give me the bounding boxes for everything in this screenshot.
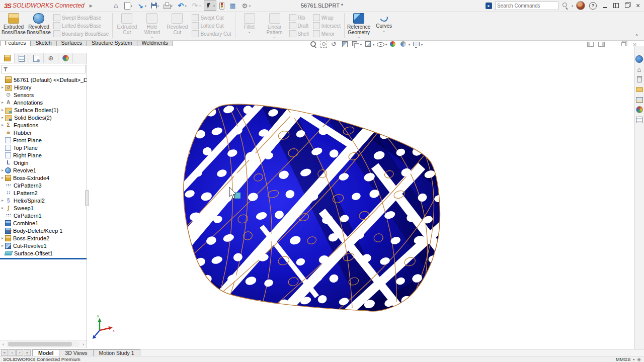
display-style-button[interactable] bbox=[363, 40, 375, 49]
expand-arrow-icon[interactable] bbox=[0, 206, 5, 210]
print-button[interactable] bbox=[162, 1, 174, 11]
dropdown-caret-icon[interactable] bbox=[199, 4, 201, 8]
minimize-button[interactable] bbox=[601, 2, 609, 10]
boundary-cut-button[interactable]: Boundary Cut bbox=[192, 30, 231, 38]
curves-button[interactable]: Curves bbox=[371, 12, 396, 40]
units-caret-icon[interactable] bbox=[633, 357, 634, 361]
tree-item-boss-extrude4[interactable]: Boss-Extrude4 bbox=[0, 174, 87, 182]
grid-panels-button[interactable] bbox=[227, 1, 238, 11]
mirror-button[interactable]: Mirror bbox=[313, 30, 341, 38]
design-library-icon[interactable] bbox=[636, 96, 643, 103]
previous-view-button[interactable] bbox=[329, 40, 340, 49]
dropdown-caret-icon[interactable] bbox=[360, 43, 362, 46]
viewport-3d[interactable]: y x bbox=[0, 0, 644, 362]
document-close-button[interactable] bbox=[631, 41, 638, 47]
revolved-cut-button[interactable]: Revolved Cut bbox=[165, 12, 190, 40]
shell-button[interactable]: Shell bbox=[289, 30, 309, 38]
custom-properties-icon[interactable] bbox=[636, 116, 643, 123]
tree-item-equations[interactable]: Equations bbox=[0, 121, 87, 129]
dropdown-caret-icon[interactable] bbox=[213, 4, 215, 8]
collapse-ribbon-icon[interactable] bbox=[635, 34, 638, 39]
dropdown-caret-icon[interactable] bbox=[131, 4, 132, 8]
lofted-cut-button[interactable]: Lofted Cut bbox=[192, 22, 231, 30]
revolved-boss-base-button[interactable]: Revolved Boss/Base bbox=[26, 12, 51, 40]
hole-wizard-button[interactable]: Hole Wizard bbox=[139, 12, 165, 40]
tags-icon[interactable] bbox=[637, 356, 641, 362]
tree-item-lpattern2[interactable]: LPattern2 bbox=[0, 189, 87, 197]
restore-button[interactable] bbox=[623, 2, 631, 10]
trash-icon[interactable] bbox=[636, 76, 643, 83]
document-restore-button[interactable] bbox=[620, 41, 627, 47]
extruded-boss-base-button[interactable]: Extruded Boss/Base bbox=[1, 12, 26, 40]
appearances-icon[interactable] bbox=[636, 106, 643, 113]
tab-nav-button[interactable]: ‹ bbox=[9, 349, 16, 356]
dropdown-caret-icon[interactable] bbox=[409, 43, 410, 46]
tab-3d-views[interactable]: 3D Views bbox=[59, 349, 93, 356]
undo-button[interactable] bbox=[176, 1, 188, 11]
dropdown-caret-icon[interactable] bbox=[249, 4, 251, 8]
scroll-thumb[interactable] bbox=[8, 342, 72, 346]
tree-item-front-plane[interactable]: Front Plane bbox=[0, 136, 87, 144]
dropdown-caret-icon[interactable] bbox=[248, 30, 251, 33]
new-document-button[interactable] bbox=[123, 1, 134, 11]
3dexperience-icon[interactable] bbox=[635, 55, 643, 63]
save-button[interactable] bbox=[149, 1, 160, 11]
scroll-left-icon[interactable]: ‹ bbox=[0, 342, 7, 347]
tree-item-history[interactable]: History bbox=[0, 83, 87, 91]
feature-filter-box[interactable] bbox=[1, 65, 86, 73]
tree-item-revolve1[interactable]: Revolve1 bbox=[0, 166, 87, 174]
view-orientation-button[interactable] bbox=[350, 40, 363, 49]
tab-display-manager[interactable] bbox=[58, 53, 73, 63]
model-3d[interactable] bbox=[151, 96, 453, 352]
expand-arrow-icon[interactable] bbox=[0, 198, 5, 203]
dropdown-caret-icon[interactable] bbox=[373, 43, 374, 46]
boundary-boss-base-button[interactable]: Boundary Boss/Base bbox=[53, 30, 109, 38]
zoom-to-area-button[interactable] bbox=[318, 40, 329, 49]
tree-item-boss-extrude2[interactable]: Boss-Extrude2 bbox=[0, 234, 87, 242]
tree-item-combine1[interactable]: Combine1 bbox=[0, 219, 87, 227]
units-selector[interactable]: MMGS bbox=[616, 356, 631, 362]
tab-part-tree[interactable] bbox=[0, 53, 15, 63]
zoom-to-fit-button[interactable] bbox=[308, 40, 318, 49]
draft-button[interactable]: Draft bbox=[289, 22, 309, 30]
tab-motion-study-1[interactable]: Motion Study 1 bbox=[93, 349, 140, 356]
tab-property-manager[interactable] bbox=[15, 53, 29, 63]
dropdown-caret-icon[interactable] bbox=[157, 4, 159, 8]
home-button[interactable] bbox=[111, 1, 121, 11]
dropdown-caret-icon[interactable] bbox=[185, 4, 187, 8]
tree-item-annotations[interactable]: Annotations bbox=[0, 99, 87, 106]
expand-arrow-icon[interactable] bbox=[0, 168, 5, 172]
tab-model[interactable]: Model bbox=[32, 349, 59, 356]
tree-item-solid-bodies-2[interactable]: Solid Bodies(2) bbox=[0, 114, 87, 121]
expand-arrow-icon[interactable] bbox=[0, 100, 5, 105]
options-gear-button[interactable] bbox=[239, 1, 252, 11]
tree-item-helix-spiral2[interactable]: Helix/Spiral2 bbox=[0, 197, 87, 204]
tree-item-right-plane[interactable]: Right Plane bbox=[0, 151, 87, 159]
tree-item-origin[interactable]: Origin bbox=[0, 159, 87, 166]
expand-arrow-icon[interactable] bbox=[0, 123, 5, 127]
open-folder-icon[interactable] bbox=[636, 86, 643, 93]
intersect-button[interactable]: Intersect bbox=[313, 22, 341, 30]
search-commands-input[interactable] bbox=[495, 2, 558, 10]
tree-item-top-plane[interactable]: Top Plane bbox=[0, 144, 87, 151]
swept-cut-button[interactable]: Swept Cut bbox=[192, 14, 231, 22]
tree-root-part[interactable]: 56761 (Default) <<Default>_Display State… bbox=[0, 76, 87, 83]
open-button[interactable] bbox=[135, 1, 148, 11]
linear-pattern-button[interactable]: Linear Pattern bbox=[262, 12, 287, 40]
redo-button[interactable] bbox=[190, 1, 202, 11]
help-button[interactable] bbox=[589, 2, 597, 10]
expand-arrow-icon[interactable] bbox=[0, 85, 5, 89]
select-cursor-button[interactable] bbox=[204, 1, 216, 11]
maximize-button[interactable] bbox=[612, 2, 620, 10]
expand-arrow-icon[interactable] bbox=[0, 115, 5, 120]
tree-item-cirpattern3[interactable]: CirPattern3 bbox=[0, 182, 87, 189]
tab-nav-button[interactable]: » bbox=[24, 349, 31, 356]
panel-splitter-handle[interactable] bbox=[85, 190, 89, 206]
rib-button[interactable]: Rib bbox=[289, 14, 309, 22]
dropdown-caret-icon[interactable] bbox=[273, 36, 276, 39]
tab-nav-button[interactable]: « bbox=[1, 349, 8, 356]
apply-scene-button[interactable] bbox=[398, 40, 411, 49]
extruded-cut-button[interactable]: Extruded Cut bbox=[114, 12, 139, 40]
reference-geometry-button[interactable]: Reference Geometry bbox=[346, 12, 371, 40]
close-button[interactable] bbox=[634, 2, 642, 10]
